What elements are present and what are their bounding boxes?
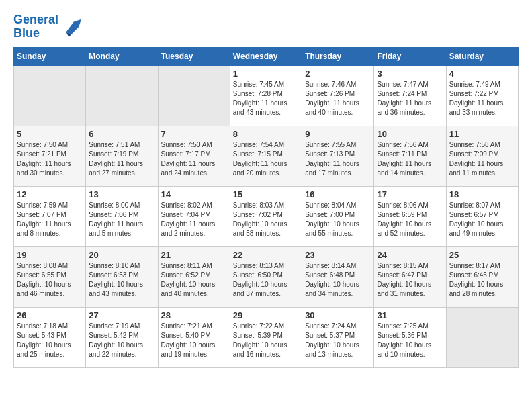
day-number: 22 xyxy=(233,250,299,260)
calendar-cell xyxy=(14,65,86,126)
day-info: Sunrise: 8:13 AMSunset: 6:50 PMDaylight:… xyxy=(233,261,299,299)
logo-text: GeneralBlue xyxy=(13,13,58,40)
day-number: 11 xyxy=(449,129,515,139)
day-number: 21 xyxy=(161,250,227,260)
day-number: 12 xyxy=(17,189,83,199)
day-info: Sunrise: 7:22 AMSunset: 5:39 PMDaylight:… xyxy=(233,322,299,359)
calendar-cell: 18Sunrise: 8:07 AMSunset: 6:57 PMDayligh… xyxy=(446,186,518,246)
day-info: Sunrise: 8:00 AMSunset: 7:06 PMDaylight:… xyxy=(89,201,154,238)
calendar-cell xyxy=(446,307,518,367)
calendar-cell: 24Sunrise: 8:15 AMSunset: 6:47 PMDayligh… xyxy=(374,246,446,307)
day-number: 20 xyxy=(89,250,154,260)
day-number: 28 xyxy=(161,310,227,320)
weekday-header: Friday xyxy=(374,47,446,65)
day-number: 26 xyxy=(17,310,83,320)
day-number: 4 xyxy=(449,68,515,79)
day-info: Sunrise: 7:54 AMSunset: 7:15 PMDaylight:… xyxy=(233,140,299,178)
calendar-cell: 23Sunrise: 8:14 AMSunset: 6:48 PMDayligh… xyxy=(302,246,374,307)
day-info: Sunrise: 8:14 AMSunset: 6:48 PMDaylight:… xyxy=(305,261,371,299)
day-info: Sunrise: 8:03 AMSunset: 7:02 PMDaylight:… xyxy=(233,201,299,238)
calendar-cell: 6Sunrise: 7:51 AMSunset: 7:19 PMDaylight… xyxy=(86,126,158,186)
calendar-week-row: 1Sunrise: 7:45 AMSunset: 7:28 PMDaylight… xyxy=(14,65,519,126)
day-number: 15 xyxy=(233,189,299,199)
calendar-cell xyxy=(158,65,230,126)
day-number: 24 xyxy=(377,250,443,260)
calendar-cell: 15Sunrise: 8:03 AMSunset: 7:02 PMDayligh… xyxy=(230,186,302,246)
weekday-header: Thursday xyxy=(302,47,374,65)
day-info: Sunrise: 7:59 AMSunset: 7:07 PMDaylight:… xyxy=(17,201,83,238)
calendar-cell: 3Sunrise: 7:47 AMSunset: 7:24 PMDaylight… xyxy=(374,65,446,126)
day-info: Sunrise: 7:24 AMSunset: 5:37 PMDaylight:… xyxy=(305,322,371,359)
logo: GeneralBlue xyxy=(13,13,81,40)
day-number: 6 xyxy=(89,129,154,139)
day-info: Sunrise: 7:19 AMSunset: 5:42 PMDaylight:… xyxy=(89,322,154,359)
day-number: 9 xyxy=(305,129,371,139)
calendar-cell: 1Sunrise: 7:45 AMSunset: 7:28 PMDaylight… xyxy=(230,65,302,126)
weekday-header: Monday xyxy=(86,47,158,65)
day-info: Sunrise: 8:15 AMSunset: 6:47 PMDaylight:… xyxy=(377,261,443,299)
calendar-header: SundayMondayTuesdayWednesdayThursdayFrid… xyxy=(14,47,519,65)
calendar-cell: 25Sunrise: 8:17 AMSunset: 6:45 PMDayligh… xyxy=(446,246,518,307)
day-number: 29 xyxy=(233,310,299,320)
day-info: Sunrise: 7:46 AMSunset: 7:26 PMDaylight:… xyxy=(305,80,371,118)
calendar-cell xyxy=(86,65,158,126)
day-info: Sunrise: 7:49 AMSunset: 7:22 PMDaylight:… xyxy=(449,80,515,118)
logo-icon xyxy=(61,17,81,37)
calendar-cell: 19Sunrise: 8:08 AMSunset: 6:55 PMDayligh… xyxy=(14,246,86,307)
day-number: 31 xyxy=(377,310,443,320)
day-number: 7 xyxy=(161,129,227,139)
day-number: 16 xyxy=(305,189,371,199)
day-number: 13 xyxy=(89,189,154,199)
calendar-cell: 2Sunrise: 7:46 AMSunset: 7:26 PMDaylight… xyxy=(302,65,374,126)
day-number: 3 xyxy=(377,68,443,79)
weekday-header: Wednesday xyxy=(230,47,302,65)
calendar-cell: 26Sunrise: 7:18 AMSunset: 5:43 PMDayligh… xyxy=(14,307,86,367)
calendar-week-row: 5Sunrise: 7:50 AMSunset: 7:21 PMDaylight… xyxy=(14,126,519,186)
day-number: 17 xyxy=(377,189,443,199)
day-info: Sunrise: 8:02 AMSunset: 7:04 PMDaylight:… xyxy=(161,201,227,238)
calendar-week-row: 19Sunrise: 8:08 AMSunset: 6:55 PMDayligh… xyxy=(14,246,519,307)
day-info: Sunrise: 7:50 AMSunset: 7:21 PMDaylight:… xyxy=(17,140,83,178)
calendar-table: SundayMondayTuesdayWednesdayThursdayFrid… xyxy=(13,47,519,368)
day-number: 8 xyxy=(233,129,299,139)
day-info: Sunrise: 7:47 AMSunset: 7:24 PMDaylight:… xyxy=(377,80,443,118)
day-number: 5 xyxy=(17,129,83,139)
calendar-cell: 21Sunrise: 8:11 AMSunset: 6:52 PMDayligh… xyxy=(158,246,230,307)
calendar-cell: 14Sunrise: 8:02 AMSunset: 7:04 PMDayligh… xyxy=(158,186,230,246)
day-info: Sunrise: 8:07 AMSunset: 6:57 PMDaylight:… xyxy=(449,201,515,238)
day-number: 18 xyxy=(449,189,515,199)
calendar-week-row: 12Sunrise: 7:59 AMSunset: 7:07 PMDayligh… xyxy=(14,186,519,246)
page-header: GeneralBlue xyxy=(13,13,519,40)
calendar-cell: 20Sunrise: 8:10 AMSunset: 6:53 PMDayligh… xyxy=(86,246,158,307)
calendar-cell: 4Sunrise: 7:49 AMSunset: 7:22 PMDaylight… xyxy=(446,65,518,126)
day-info: Sunrise: 7:51 AMSunset: 7:19 PMDaylight:… xyxy=(89,140,154,178)
day-info: Sunrise: 8:11 AMSunset: 6:52 PMDaylight:… xyxy=(161,261,227,299)
calendar-cell: 29Sunrise: 7:22 AMSunset: 5:39 PMDayligh… xyxy=(230,307,302,367)
calendar-cell: 22Sunrise: 8:13 AMSunset: 6:50 PMDayligh… xyxy=(230,246,302,307)
calendar-cell: 30Sunrise: 7:24 AMSunset: 5:37 PMDayligh… xyxy=(302,307,374,367)
calendar-cell: 17Sunrise: 8:06 AMSunset: 6:59 PMDayligh… xyxy=(374,186,446,246)
calendar-body: 1Sunrise: 7:45 AMSunset: 7:28 PMDaylight… xyxy=(14,65,519,367)
day-info: Sunrise: 7:53 AMSunset: 7:17 PMDaylight:… xyxy=(161,140,227,178)
day-number: 19 xyxy=(17,250,83,260)
calendar-cell: 8Sunrise: 7:54 AMSunset: 7:15 PMDaylight… xyxy=(230,126,302,186)
day-number: 10 xyxy=(377,129,443,139)
day-info: Sunrise: 7:56 AMSunset: 7:11 PMDaylight:… xyxy=(377,140,443,178)
day-info: Sunrise: 8:08 AMSunset: 6:55 PMDaylight:… xyxy=(17,261,83,299)
day-info: Sunrise: 7:58 AMSunset: 7:09 PMDaylight:… xyxy=(449,140,515,178)
day-number: 25 xyxy=(449,250,515,260)
day-info: Sunrise: 7:45 AMSunset: 7:28 PMDaylight:… xyxy=(233,80,299,118)
calendar-cell: 28Sunrise: 7:21 AMSunset: 5:40 PMDayligh… xyxy=(158,307,230,367)
weekday-header: Tuesday xyxy=(158,47,230,65)
day-info: Sunrise: 8:17 AMSunset: 6:45 PMDaylight:… xyxy=(449,261,515,299)
calendar-week-row: 26Sunrise: 7:18 AMSunset: 5:43 PMDayligh… xyxy=(14,307,519,367)
calendar-cell: 9Sunrise: 7:55 AMSunset: 7:13 PMDaylight… xyxy=(302,126,374,186)
weekday-header: Sunday xyxy=(14,47,86,65)
day-info: Sunrise: 7:25 AMSunset: 5:36 PMDaylight:… xyxy=(377,322,443,359)
day-number: 27 xyxy=(89,310,154,320)
day-number: 1 xyxy=(233,68,299,79)
weekday-row: SundayMondayTuesdayWednesdayThursdayFrid… xyxy=(14,47,519,65)
day-info: Sunrise: 8:06 AMSunset: 6:59 PMDaylight:… xyxy=(377,201,443,238)
day-info: Sunrise: 7:55 AMSunset: 7:13 PMDaylight:… xyxy=(305,140,371,178)
calendar-cell: 5Sunrise: 7:50 AMSunset: 7:21 PMDaylight… xyxy=(14,126,86,186)
